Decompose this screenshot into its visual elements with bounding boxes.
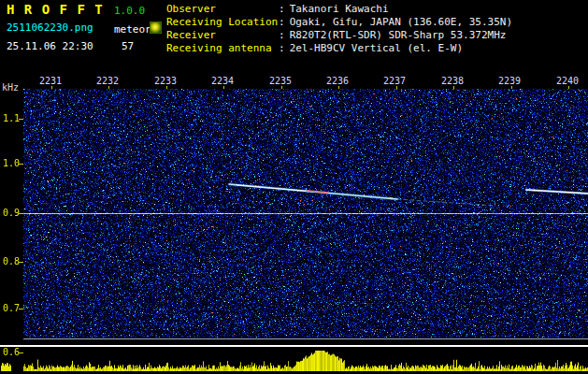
time-tick-label: 2236 — [326, 76, 349, 86]
info-label: Receiving Location — [166, 16, 279, 29]
info-row-antenna: Receiving antenna:2el-HB9CV Vertical (el… — [166, 42, 512, 55]
freq-tick-label: 1.0 — [3, 158, 20, 168]
info-colon: : — [279, 16, 285, 28]
info-colon: : — [279, 29, 285, 41]
info-colon: : — [279, 42, 285, 54]
spectrogram-noise-canvas — [23, 89, 588, 338]
info-value: R820T2(RTL-SDR) SDR-Sharp 53.372MHz — [290, 29, 507, 41]
time-tick-label: 2240 — [556, 76, 579, 86]
freq-tick-label: 0.6 — [3, 347, 20, 357]
time-tick-label: 2232 — [96, 76, 119, 86]
info-label: Receiving antenna — [166, 42, 279, 55]
app-title: H R O F F T — [7, 2, 104, 17]
freq-tick-label: 0.8 — [3, 256, 20, 266]
info-row-receiver: Receiver:R820T2(RTL-SDR) SDR-Sharp 53.37… — [166, 29, 512, 42]
info-label: Receiver — [166, 29, 279, 42]
spectrogram-bottom-line — [23, 338, 588, 339]
freq-tick-label: 0.9 — [3, 208, 20, 218]
info-row-observer: Observer:Takanori Kawachi — [166, 3, 512, 16]
freq-tick-label: 1.1 — [3, 113, 20, 123]
station-info-block: Observer:Takanori Kawachi Receiving Loca… — [166, 3, 512, 55]
frequency-unit-label: kHz — [2, 82, 19, 93]
hrofft-window: H R O F F T 1.0.0 2511062230.png meteor … — [0, 0, 588, 374]
app-version: 1.0.0 — [114, 5, 145, 17]
level-meter-top-line — [0, 345, 588, 347]
meteor-icon — [150, 22, 162, 34]
date-time-label: 25.11.06 22:30 — [7, 40, 93, 52]
info-row-location: Receiving Location:Ogaki, Gifu, JAPAN (1… — [166, 16, 512, 29]
signal-level-canvas — [0, 348, 588, 372]
time-tick-label: 2231 — [39, 76, 62, 86]
time-tick-label: 2235 — [269, 76, 292, 86]
echo-count: 57 — [122, 40, 134, 52]
output-filename: 2511062230.png — [7, 22, 93, 34]
time-tick-label: 2239 — [498, 76, 521, 86]
time-tick-label: 2237 — [383, 76, 406, 86]
info-value: 2el-HB9CV Vertical (el. E-W) — [290, 42, 463, 54]
info-label: Observer — [166, 3, 279, 16]
time-tick-label: 2233 — [154, 76, 177, 86]
mode-label: meteor — [114, 23, 151, 36]
time-tick-label: 2234 — [211, 76, 234, 86]
info-colon: : — [279, 3, 285, 15]
info-value: Takanori Kawachi — [290, 3, 389, 15]
time-tick-label: 2238 — [441, 76, 464, 86]
freq-tick-label: 0.7 — [3, 303, 20, 313]
info-value: Ogaki, Gifu, JAPAN (136.60E, 35.35N) — [290, 16, 512, 28]
